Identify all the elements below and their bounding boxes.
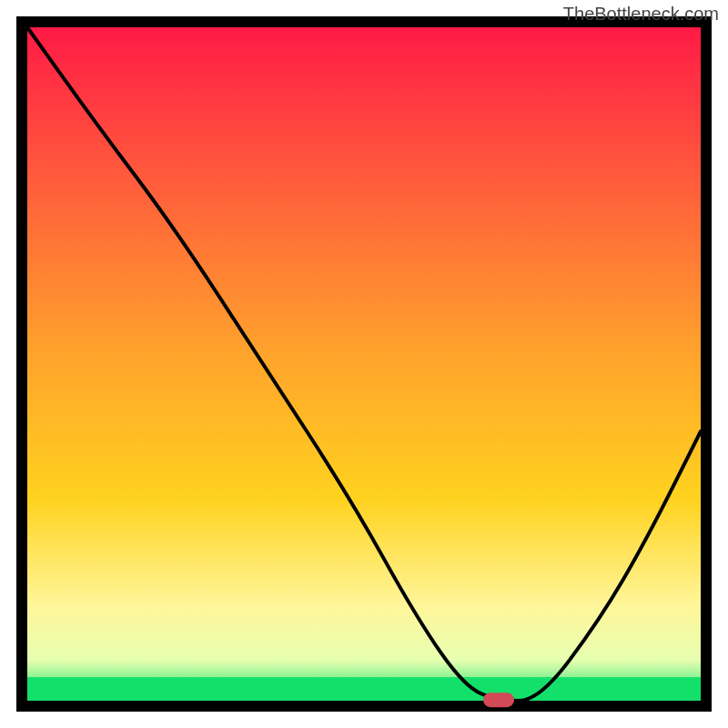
plot-area [27,27,701,701]
attribution-text: TheBottleneck.com [563,4,719,25]
bottleneck-chart [0,0,728,728]
green-band [27,677,701,701]
optimal-marker [483,693,514,707]
